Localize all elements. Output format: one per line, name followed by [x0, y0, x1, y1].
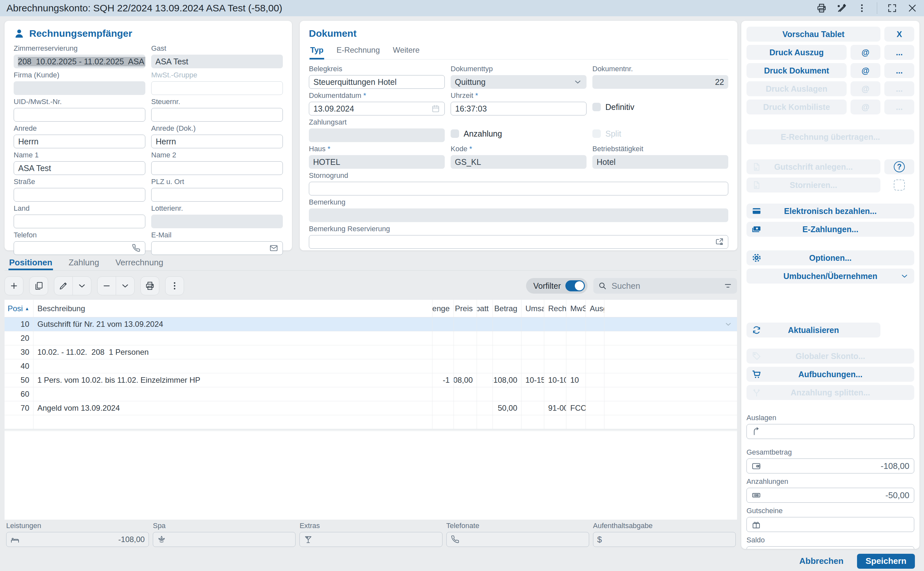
print-icon[interactable]: [816, 3, 827, 13]
edit-icon[interactable]: [54, 277, 73, 295]
uhrzeit-field[interactable]: 16:37:03: [450, 102, 586, 116]
column-header-ausgabe[interactable]: Ausgabe: [586, 300, 605, 317]
search-input[interactable]: [611, 281, 719, 291]
column-header-menge[interactable]: Menge: [432, 300, 454, 317]
table-row[interactable]: 10Gutschrift für Nr. 21 vom 13.09.2024: [5, 317, 737, 331]
aufenthaltsabgabe-field[interactable]: $: [593, 532, 736, 547]
anzahlungen-field[interactable]: -50,00: [747, 488, 914, 503]
table-row[interactable]: [5, 415, 737, 429]
dokumentdatum-field[interactable]: 13.09.2024: [309, 102, 445, 116]
steuernr-field[interactable]: [151, 108, 283, 122]
spa-field[interactable]: [153, 532, 296, 547]
kode-field[interactable]: GS_KL: [450, 155, 586, 169]
tab-zahlung[interactable]: Zahlung: [68, 256, 100, 270]
uid-field[interactable]: [14, 108, 145, 122]
table-row[interactable]: 501 Pers. vom 10.02. bis 11.02. Einzelzi…: [5, 373, 737, 387]
vorfilter-toggle[interactable]: Vorfilter: [526, 278, 588, 294]
table-row[interactable]: 40: [5, 359, 737, 373]
aufbuchungen-button[interactable]: Aufbuchungen...: [747, 367, 914, 382]
tab-weitere[interactable]: Weitere: [392, 44, 420, 59]
name1-field[interactable]: ASA Test: [14, 161, 145, 175]
column-header-rabatt[interactable]: Rabatt: [477, 300, 493, 317]
druck-dokument-email-button[interactable]: @: [850, 63, 881, 78]
column-header-umsatz[interactable]: Umsatzkont: [521, 300, 544, 317]
copy-position-button[interactable]: [29, 276, 48, 295]
tab-e-rechnung[interactable]: E-Rechnung: [336, 44, 380, 59]
toggle-on[interactable]: [565, 280, 585, 291]
fullscreen-icon[interactable]: [887, 3, 897, 13]
telefonate-field[interactable]: [446, 532, 589, 547]
email-field[interactable]: [151, 241, 283, 255]
table-row[interactable]: 3010.02. - 11.02. 208 1 Personen: [5, 345, 737, 359]
column-header-desc[interactable]: Beschreibung: [34, 300, 432, 317]
druck-dokument-more-button[interactable]: ...: [884, 63, 914, 78]
tab-typ[interactable]: Typ: [310, 44, 324, 60]
cell-ausgabe: [586, 373, 605, 387]
elektronisch-bezahlen-button[interactable]: Elektronisch bezahlen...: [747, 204, 914, 219]
column-header-preis[interactable]: Preis: [454, 300, 477, 317]
save-button[interactable]: Speichern: [857, 554, 915, 569]
table-row[interactable]: 20: [5, 331, 737, 345]
name2-field[interactable]: [151, 161, 283, 175]
gutscheine-field[interactable]: [747, 517, 914, 532]
anzahlung-checkbox[interactable]: [450, 130, 459, 138]
optionen-button[interactable]: Optionen...: [747, 250, 914, 265]
anzahlungen-value: -50,00: [885, 490, 909, 500]
druck-auszug-more-button[interactable]: ...: [884, 45, 914, 60]
firma-field[interactable]: [14, 81, 145, 95]
druck-auszug-email-button[interactable]: @: [850, 45, 881, 60]
tab-verrechnung[interactable]: Verrechnung: [115, 256, 164, 270]
share-note-icon[interactable]: [715, 238, 724, 247]
ezahlungen-button[interactable]: E-Zahlungen...: [747, 222, 914, 237]
plz-ort-field[interactable]: [151, 188, 283, 202]
table-row[interactable]: 70Angeld vom 13.09.202450,0091-000FCO: [5, 401, 737, 415]
help-button[interactable]: ?: [884, 159, 914, 174]
definitiv-checkbox[interactable]: [592, 103, 601, 111]
zimmerreservierung-field[interactable]: 208 10.02.2025 - 11.02.2025 ASA Test: [14, 55, 145, 68]
vorschau-tablet-button[interactable]: Vorschau Tablet: [747, 27, 881, 42]
telefon-field[interactable]: [14, 241, 145, 255]
umbuchen-uebernehmen-button[interactable]: Umbuchen/Übernehmen: [747, 269, 914, 284]
druck-auszug-button[interactable]: Druck Auszug: [747, 45, 847, 60]
anrede-dok-field[interactable]: Herrn: [151, 134, 283, 148]
close-icon[interactable]: [907, 3, 918, 13]
calendar-icon[interactable]: [431, 104, 440, 113]
table-row[interactable]: 60: [5, 387, 737, 401]
close-preview-button[interactable]: X: [884, 27, 914, 42]
row-chevron-down-icon[interactable]: [724, 320, 733, 329]
gesamtbetrag-field[interactable]: -108,00: [747, 458, 914, 474]
add-position-button[interactable]: [5, 276, 23, 295]
druck-dokument-button[interactable]: Druck Dokument: [747, 63, 847, 78]
leistungen-field[interactable]: -108,00: [6, 532, 149, 547]
tools-icon[interactable]: [836, 3, 847, 13]
auslagen-field[interactable]: [747, 424, 914, 439]
cancel-button[interactable]: Abbrechen: [794, 553, 848, 569]
column-header-rechnung[interactable]: Rechnungsk: [544, 300, 566, 317]
saldo-field[interactable]: -58,00: [747, 546, 914, 549]
land-field[interactable]: [14, 215, 145, 228]
kebab-menu-icon[interactable]: [857, 3, 867, 13]
column-header-mwst[interactable]: MwSt.-Koc: [566, 300, 586, 317]
dokumenttyp-select[interactable]: Quittung: [450, 75, 586, 89]
print-positions-button[interactable]: [140, 276, 159, 295]
remove-dropdown-chevron[interactable]: [116, 277, 134, 295]
anrede-field[interactable]: Herrn: [14, 134, 145, 148]
extras-field[interactable]: [299, 532, 442, 547]
column-header-pos[interactable]: Posi▲: [5, 300, 34, 317]
belegkreis-field[interactable]: Steuerquittungen Hotel: [309, 75, 445, 89]
remove-position-button[interactable]: [97, 276, 134, 295]
more-actions-button[interactable]: [165, 276, 184, 295]
tab-positionen[interactable]: Positionen: [8, 256, 53, 270]
minus-icon[interactable]: [97, 277, 116, 295]
anzahlung-splitten-button: Anzahlung splitten...: [747, 385, 914, 400]
bemerkung-reservierung-field[interactable]: [309, 235, 728, 249]
filter-icon[interactable]: [723, 281, 733, 290]
aktualisieren-button[interactable]: Aktualisieren: [747, 323, 881, 338]
column-header-betrag[interactable]: Betrag: [493, 300, 521, 317]
strasse-field[interactable]: [14, 188, 145, 202]
edit-dropdown-chevron[interactable]: [73, 277, 91, 295]
gast-field[interactable]: ASA Test: [151, 55, 283, 68]
stornogrund-field[interactable]: [309, 182, 728, 195]
edit-position-button[interactable]: [54, 276, 91, 295]
haus-field[interactable]: HOTEL: [309, 155, 445, 169]
